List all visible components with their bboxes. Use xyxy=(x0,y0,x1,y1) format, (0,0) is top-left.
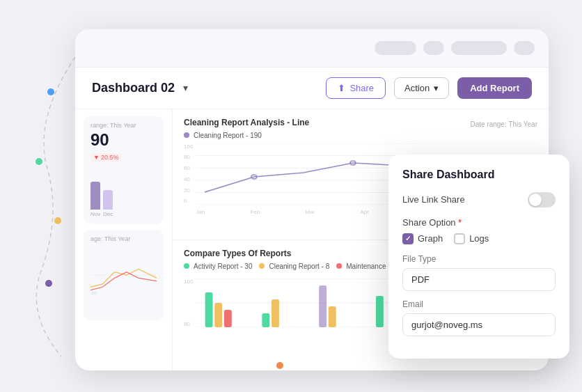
header-area: Dashboard 02 ▾ ⬆ Share Action ▾ Add Repo… xyxy=(75,68,549,109)
x-label-mar: Mar xyxy=(305,209,315,215)
mini-bar-dec xyxy=(103,190,113,210)
mini-bars xyxy=(91,168,157,210)
mini-card-2-label: age: This Year xyxy=(91,235,157,242)
line-legend-dot xyxy=(184,132,189,138)
mini-card-1-badge: ▼ 20.5% xyxy=(91,153,121,162)
orange-dot xyxy=(276,362,283,369)
tab-pill-4[interactable] xyxy=(514,41,535,55)
top-bar xyxy=(75,29,549,68)
logs-label: Logs xyxy=(469,233,489,244)
svg-point-0 xyxy=(47,88,54,95)
live-link-label: Live Link Share xyxy=(402,194,465,205)
mini-line-chart: -10 xyxy=(91,251,157,299)
x-label-apr: Apr xyxy=(360,209,368,215)
y-label-60: 60 xyxy=(184,165,193,171)
y-label-40: 40 xyxy=(184,176,193,182)
share-option-label: Share Option * xyxy=(402,217,556,228)
required-star: * xyxy=(458,218,462,228)
line-chart-legend: Cleaning Report - 190 xyxy=(184,132,537,139)
bar-legend-dot-1 xyxy=(184,263,189,269)
y-label-80: 80 xyxy=(184,154,193,160)
bar-label-nov: Nov xyxy=(91,211,100,217)
mini-card-1-label: range: This Year xyxy=(91,122,157,129)
svg-text:-10: -10 xyxy=(91,291,97,295)
svg-rect-20 xyxy=(224,310,232,327)
share-panel: Share Dashboard Live Link Share Share Op… xyxy=(388,155,569,359)
svg-point-1 xyxy=(36,158,42,165)
email-input[interactable] xyxy=(402,313,556,336)
logs-checkbox[interactable] xyxy=(454,233,465,244)
checkmark-icon: ✓ xyxy=(405,235,411,242)
line-legend-text: Cleaning Report - 190 xyxy=(194,132,262,139)
svg-rect-25 xyxy=(376,296,384,327)
share-panel-title: Share Dashboard xyxy=(402,168,556,181)
bar-legend-dot-3 xyxy=(336,263,342,269)
svg-point-2 xyxy=(54,217,61,224)
down-arrow-icon: ▼ xyxy=(93,154,100,161)
svg-rect-22 xyxy=(272,299,279,327)
action-chevron-icon: ▾ xyxy=(434,83,439,93)
toggle-knob xyxy=(529,194,542,206)
line-chart-date-range: Date range: This Year xyxy=(470,120,537,128)
svg-rect-23 xyxy=(320,285,327,327)
graph-checkbox-item[interactable]: ✓ Graph xyxy=(402,233,443,244)
action-button[interactable]: Action ▾ xyxy=(394,77,449,99)
logs-checkbox-item[interactable]: Logs xyxy=(454,233,489,244)
checkbox-group: ✓ Graph Logs xyxy=(402,233,556,244)
svg-rect-21 xyxy=(262,313,270,327)
line-chart-title: Cleaning Report Analysis - Line xyxy=(184,118,309,127)
x-label-feb: Feb xyxy=(250,209,260,215)
svg-rect-19 xyxy=(215,303,223,327)
left-panel: range: This Year 90 ▼ 20.5% Nov Dec xyxy=(75,109,173,370)
x-label-jan: Jan xyxy=(196,209,205,215)
y-label-20: 20 xyxy=(184,187,193,194)
bar-legend-1: Activity Report - 30 xyxy=(184,262,252,270)
dashboard-dropdown[interactable]: ▾ xyxy=(183,82,188,93)
bar-labels: Nov Dec xyxy=(91,211,157,217)
share-button[interactable]: ⬆ Share xyxy=(326,77,386,99)
bar-legend-2: Cleaning Report - 8 xyxy=(259,262,329,270)
file-type-input[interactable] xyxy=(402,268,556,291)
dashboard-title: Dashboard 02 xyxy=(92,81,175,95)
bar-legend-text-2: Cleaning Report - 8 xyxy=(269,262,329,270)
mini-card-2: age: This Year -10 xyxy=(84,230,164,320)
tab-pill-1[interactable] xyxy=(375,41,416,55)
graph-label: Graph xyxy=(418,233,443,244)
bar-label-dec: Dec xyxy=(103,211,113,217)
file-type-field-label: File Type xyxy=(402,254,556,264)
svg-rect-24 xyxy=(329,306,336,327)
mini-bar-nov xyxy=(91,182,100,210)
mini-card-1-value: 90 xyxy=(91,130,157,150)
live-link-toggle[interactable] xyxy=(528,192,556,207)
outer-wrapper: Dashboard 02 ▾ ⬆ Share Action ▾ Add Repo… xyxy=(19,15,563,377)
y-label-0: 0 xyxy=(184,198,193,204)
mini-card-1: range: This Year 90 ▼ 20.5% Nov Dec xyxy=(84,116,164,224)
y-label-100: 100 xyxy=(184,143,193,150)
add-report-button[interactable]: Add Report xyxy=(457,77,532,99)
tab-pill-3[interactable] xyxy=(451,41,507,55)
graph-checkbox[interactable]: ✓ xyxy=(402,233,414,244)
svg-rect-18 xyxy=(205,292,213,327)
live-link-row: Live Link Share xyxy=(402,192,556,207)
y2-label-80: 80 xyxy=(184,321,193,327)
bar-legend-text-1: Activity Report - 30 xyxy=(194,262,252,270)
bar-legend-dot-2 xyxy=(259,263,265,269)
tab-pill-2[interactable] xyxy=(423,41,444,55)
svg-point-3 xyxy=(45,280,52,287)
share-icon: ⬆ xyxy=(338,83,345,93)
y2-label-100: 100 xyxy=(184,279,193,285)
email-field-label: Email xyxy=(402,299,556,309)
